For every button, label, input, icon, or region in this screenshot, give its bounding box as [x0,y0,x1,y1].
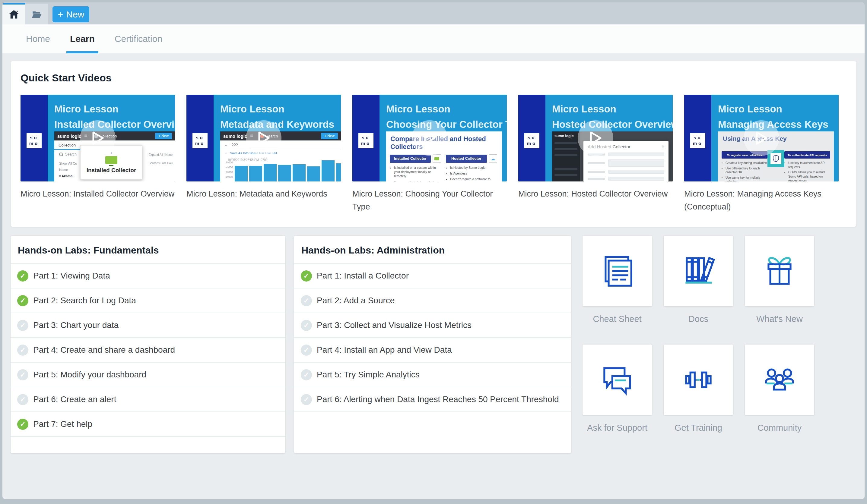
lab-item-label: Part 3: Chart your data [33,320,119,330]
get-training-tile[interactable] [664,344,733,415]
resource-cheat-sheet: Cheat Sheet [582,236,652,344]
lab-item-label: Part 2: Search for Log Data [33,296,136,305]
play-icon [754,131,768,145]
mini-bar [278,165,291,182]
play-icon [91,131,105,145]
sumo-logo: sumo [192,133,207,148]
resource-get-training: Get Training [664,344,733,453]
mini-name-col: Name [59,167,77,173]
docs-icon [679,251,718,291]
lab-item-label: Part 3: Collect and Visualize Host Metri… [317,320,471,330]
docs-tile[interactable] [664,236,733,306]
check-icon: ✓ [17,295,28,306]
mini-bar [307,166,320,182]
mini-new-chip: + New [321,133,338,139]
lab-item[interactable]: ✓ Part 5: Modify your dashboard [11,362,285,387]
tab-nav-certification[interactable]: Certification [107,24,170,53]
labs-fundamentals-title: Hands-on Labs: Fundamentals [11,236,285,263]
mini-bar [293,164,306,182]
tab-library[interactable] [25,4,48,24]
cheat-sheet-icon [598,251,637,291]
lab-item[interactable]: ✓ Part 6: Alerting when Data Ingest Reac… [294,387,571,412]
whats-new-tile[interactable] [745,236,814,306]
lab-item[interactable]: ✓ Part 3: Collect and Visualize Host Met… [294,313,571,337]
play-button[interactable] [578,120,613,156]
ask-for-support-tile[interactable] [582,344,652,415]
register-collectors-bullets: Create a key during installation Use dif… [721,161,768,182]
cheat-sheet-tile[interactable] [582,236,652,306]
mini-bar [322,160,334,182]
download-arrow-icon: ↓ [110,151,113,154]
check-icon: ✓ [301,270,312,282]
active-tab-underline [66,51,98,53]
tab-nav-home[interactable]: Home [18,24,58,53]
tile-label: Cheat Sheet [593,314,641,324]
installed-collector-bullets: Is installed on a system within your dep… [390,165,441,182]
lab-item-label: Part 4: Create and share a dashboard [33,345,175,355]
video-card-hosted-collector: sumo Micro Lesson Hosted Collector Overv… [518,95,673,213]
lab-item-label: Part 6: Alerting when Data Ingest Reache… [317,395,559,404]
video-thumbnail[interactable]: sumo Micro Lesson Choosing Your Collecto… [352,95,507,182]
play-button[interactable] [412,120,447,156]
sumo-logo: sumo [26,133,42,148]
tab-nav-learn[interactable]: Learn [62,24,103,53]
mini-bar [264,164,277,182]
check-icon: ✓ [17,394,28,405]
new-button[interactable]: + New [53,6,89,22]
collector-monitor-icon [105,156,117,164]
new-button-label: New [66,9,84,20]
video-caption: Micro Lesson: Choosing Your Collector Ty… [352,187,507,213]
mini-bar [235,166,248,182]
mini-chart-yticks: 5,000 4,000 3,000 2,000 [222,161,233,178]
video-card-managing-access-keys: sumo Micro Lesson Managing Access Keys U… [684,95,839,213]
resource-tiles: Cheat Sheet [582,236,814,453]
mini-brand: sumo logic [555,134,574,138]
mini-sources-col: Sources Last Hou [149,162,173,165]
lab-item[interactable]: ✓ Part 5: Try Simple Analytics [294,362,571,387]
resource-docs: Docs [664,236,733,344]
lab-item[interactable]: ✓ Part 6: Create an alert [11,387,285,412]
hosted-collector-bullets: Is Hosted by Sumo Logic Is Agentless Doe… [446,165,497,182]
thumb-title-line1: Micro Lesson [552,101,670,117]
check-icon: ✓ [301,394,312,405]
video-thumbnail[interactable]: sumo Micro Lesson Hosted Collector Overv… [518,95,673,182]
labs-administration-panel: Hands-on Labs: Administration ✓ Part 1: … [294,236,571,453]
community-tile[interactable] [745,344,814,415]
lab-item[interactable]: ✓ Part 7: Get help [11,412,285,436]
tab-home[interactable] [2,3,25,24]
lab-item-label: Part 4: Install an App and View Data [317,345,452,355]
sumo-logo: sumo [524,133,539,148]
thumb-title-line1: Micro Lesson [220,101,339,117]
thumb-title-line1: Micro Lesson [54,101,173,117]
tab-nav-learn-label: Learn [70,34,95,44]
check-icon: ✓ [17,320,28,331]
sumo-logo: sumo [690,133,705,148]
video-thumbnail[interactable]: sumo Micro Lesson Installed Collector Ov… [21,95,175,182]
check-icon: ✓ [17,419,28,430]
lab-item[interactable]: ✓ Part 1: Viewing Data [11,263,285,288]
video-thumbnail[interactable]: sumo Micro Lesson Managing Access Keys U… [684,95,839,182]
top-tab-bar: + New [2,2,865,24]
play-button[interactable] [246,120,281,156]
lab-item[interactable]: ✓ Part 1: Install a Collector [294,263,571,288]
play-button[interactable] [743,120,779,156]
lab-item[interactable]: ✓ Part 3: Chart your data [11,313,285,337]
mini-search-label: Search [65,152,77,156]
video-list: sumo Micro Lesson Installed Collector Ov… [21,95,846,213]
resource-ask-for-support: Ask for Support [582,344,652,453]
lab-item[interactable]: ✓ Part 2: Add a Source [294,288,571,313]
lab-item[interactable]: ✓ Part 4: Install an App and View Data [294,337,571,362]
video-card-metadata-keywords: sumo Micro Lesson Metadata and Keywords … [186,95,341,213]
tile-label: Community [758,423,802,433]
play-button[interactable] [80,120,116,156]
lab-item[interactable]: ✓ Part 2: Search for Log Data [11,288,285,313]
tile-label: Docs [688,314,708,324]
app-window: + New Home Learn Certification Quick Sta… [2,2,865,499]
lab-item[interactable]: ✓ Part 4: Create and share a dashboard [11,337,285,362]
tile-label: Ask for Support [587,423,647,433]
mini-new-chip: + New [155,133,172,139]
video-thumbnail[interactable]: sumo Micro Lesson Metadata and Keywords … [186,95,341,182]
lab-item-label: Part 7: Get help [33,419,92,429]
thumb-title-line1: Micro Lesson [386,101,504,117]
check-icon: ✓ [301,295,312,306]
